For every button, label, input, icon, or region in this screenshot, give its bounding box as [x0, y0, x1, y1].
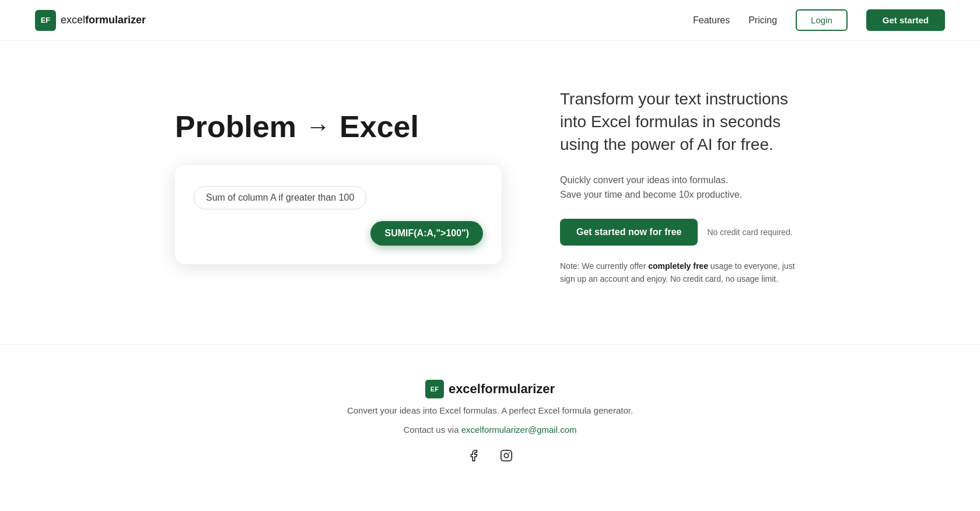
features-link[interactable]: Features [693, 15, 730, 26]
footer-tagline: Convert your ideas into Excel formulas. … [35, 405, 945, 415]
demo-input-text: Sum of column A if greater than 100 [194, 186, 366, 209]
hero-section: Problem → Excel Sum of column A if great… [0, 41, 980, 321]
hero-sub: Quickly convert your ideas into formulas… [560, 173, 805, 202]
footer-logo-text: excelformularizer [449, 382, 555, 397]
hero-sub-line1: Quickly convert your ideas into formulas… [560, 175, 728, 185]
get-started-nav-button[interactable]: Get started [866, 9, 945, 31]
logo-abbr: EF [41, 16, 51, 24]
footer-email-link[interactable]: excelformularizer@gmail.com [461, 425, 577, 435]
title-arrow-icon: → [306, 113, 330, 141]
cta-row: Get started now for free No credit card … [560, 219, 805, 246]
no-credit-card-text: No credit card required. [707, 228, 792, 237]
hero-title: Problem → Excel [175, 109, 502, 144]
logo[interactable]: EF excelformularizer [35, 10, 146, 31]
social-icons [35, 446, 945, 465]
facebook-icon[interactable] [464, 446, 483, 465]
logo-text: excelformularizer [61, 14, 146, 26]
footer-logo-abbr: EF [430, 386, 439, 393]
pricing-link[interactable]: Pricing [748, 15, 777, 26]
cta-main-button[interactable]: Get started now for free [560, 219, 698, 246]
hero-left: Problem → Excel Sum of column A if great… [175, 109, 502, 264]
navbar: EF excelformularizer Features Pricing Lo… [0, 0, 980, 41]
svg-point-2 [509, 452, 510, 453]
footer-contact-prefix: Contact us via [404, 425, 461, 435]
footer-logo-icon: EF [425, 380, 444, 398]
svg-rect-0 [501, 450, 512, 460]
logo-name-bold: formularizer [85, 14, 146, 26]
footer-contact: Contact us via excelformularizer@gmail.c… [35, 425, 945, 435]
nav-right: Features Pricing Login Get started [693, 9, 945, 31]
demo-box: Sum of column A if greater than 100 SUMI… [175, 165, 502, 264]
hero-tagline: Transform your text instructions into Ex… [560, 88, 805, 156]
login-button[interactable]: Login [796, 9, 848, 31]
footer: EF excelformularizer Convert your ideas … [0, 344, 980, 488]
logo-icon: EF [35, 10, 56, 31]
hero-sub-line2: Save your time and become 10x productive… [560, 190, 742, 200]
hero-right: Transform your text instructions into Ex… [560, 88, 805, 286]
svg-point-1 [504, 453, 508, 457]
title-excel: Excel [340, 109, 419, 144]
title-problem: Problem [175, 109, 296, 144]
footer-logo: EF excelformularizer [35, 380, 945, 398]
note-text: Note: We currently offer completely free… [560, 260, 805, 286]
instagram-icon[interactable] [497, 446, 516, 465]
logo-name-plain: excel [61, 14, 85, 26]
note-bold: completely free [648, 261, 708, 271]
demo-formula-button[interactable]: SUMIF(A:A,">100") [370, 221, 483, 246]
note-prefix: Note: We currently offer [560, 261, 648, 271]
